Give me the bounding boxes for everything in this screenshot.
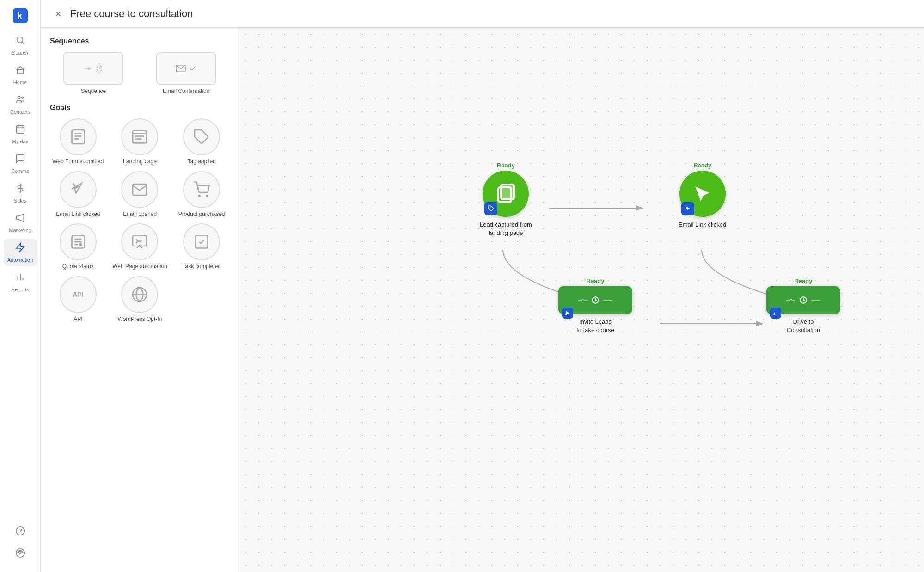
sidebar-item-search-label: Search	[12, 50, 28, 55]
palette-item-quote-status[interactable]: $ Quote status	[50, 223, 106, 271]
task-completed-label: Task completed	[182, 263, 220, 271]
palette-item-email-opened[interactable]: Email opened	[112, 171, 168, 218]
product-purchased-label: Product purchased	[178, 211, 225, 218]
web-page-automation-icon	[121, 223, 158, 260]
svg-rect-33	[133, 131, 147, 143]
palette-item-email-confirmation[interactable]: Email Confirmation	[143, 52, 230, 94]
node-email-link-clicked[interactable]: Ready Email Link clicked	[679, 162, 726, 229]
sidebar-item-myday-label: My day	[12, 139, 28, 144]
svg-marker-12	[16, 243, 24, 252]
node-lead-captured[interactable]: Ready Lead captured fromlanding page	[480, 162, 532, 237]
sidebar-item-sales[interactable]: Sales	[4, 179, 37, 207]
svg-point-53	[582, 299, 584, 301]
wordpress-icon	[121, 276, 158, 313]
goals-title: Goals	[50, 104, 230, 112]
svg-rect-7	[16, 126, 24, 134]
help-icon	[15, 526, 25, 539]
svg-rect-50	[501, 185, 514, 199]
flow-canvas[interactable]: Ready Lead captured fromlanding page	[239, 28, 924, 572]
sidebar-item-help[interactable]	[4, 522, 37, 542]
web-page-automation-label: Web Page automation	[112, 263, 167, 271]
svg-rect-4	[17, 70, 23, 74]
node-lead-captured-label: Lead captured fromlanding page	[480, 221, 532, 237]
sidebar-item-home-label: Home	[13, 80, 27, 85]
sidebar-item-reports[interactable]: Reports	[4, 268, 37, 296]
voice-icon	[15, 548, 25, 561]
email-opened-icon	[121, 171, 158, 208]
quote-status-label: Quote status	[62, 263, 94, 271]
sidebar-item-comms[interactable]: Comms	[4, 150, 37, 178]
task-completed-icon	[183, 223, 220, 260]
palette-item-wordpress-optin[interactable]: WordPress Opt-In	[112, 276, 168, 323]
sidebar-item-reports-label: Reports	[11, 287, 29, 292]
contacts-icon	[15, 94, 25, 107]
sidebar-bottom	[4, 522, 37, 565]
sequence-label: Sequence	[81, 88, 106, 94]
sidebar-item-voice[interactable]	[4, 544, 37, 565]
reports-icon	[15, 272, 25, 285]
palette-item-product-purchased[interactable]: Product purchased	[173, 171, 230, 218]
palette-item-web-form[interactable]: Web Form submitted	[50, 118, 106, 166]
web-form-icon	[60, 118, 97, 155]
calendar-icon	[15, 124, 25, 137]
palette-item-sequence[interactable]: Sequence	[50, 52, 137, 94]
node-lead-captured-ready: Ready	[497, 162, 515, 169]
node-drive-consultation-badge	[770, 308, 781, 319]
palette-item-email-link[interactable]: Email Link clicked	[50, 171, 106, 218]
node-invite-leads[interactable]: Ready	[558, 277, 632, 334]
svg-point-6	[21, 97, 23, 99]
palette-item-landing-page[interactable]: Landing page	[112, 118, 168, 166]
tag-applied-label: Tag applied	[187, 158, 215, 166]
sidebar-item-myday[interactable]: My day	[4, 120, 37, 148]
sidebar-item-marketing-label: Marketing	[9, 228, 31, 233]
email-confirmation-icon-wrap	[156, 52, 216, 85]
sidebar-item-comms-label: Comms	[12, 168, 29, 174]
automation-icon	[15, 242, 25, 255]
sidebar-item-contacts[interactable]: Contacts	[4, 91, 37, 118]
left-panel: Sequences Sequen	[41, 28, 239, 572]
palette-item-task-completed[interactable]: Task completed	[173, 223, 230, 271]
node-invite-leads-badge	[562, 308, 573, 319]
sequence-icon-wrap	[63, 52, 123, 85]
palette-item-tag-applied[interactable]: Tag applied	[173, 118, 230, 166]
sidebar-item-search[interactable]: Search	[4, 31, 37, 59]
goals-grid: Web Form submitted Landing page	[50, 118, 230, 323]
landing-page-label: Landing page	[123, 158, 157, 166]
api-icon: API	[60, 276, 97, 313]
svg-point-2	[17, 37, 23, 43]
email-confirmation-label: Email Confirmation	[163, 88, 209, 94]
node-lead-captured-badge	[484, 202, 497, 215]
tag-applied-icon	[183, 118, 220, 155]
svg-point-59	[790, 299, 792, 301]
quote-status-icon: $	[60, 223, 97, 260]
node-drive-consultation-ready: Ready	[794, 277, 812, 284]
logo: k	[12, 7, 29, 24]
sequences-title: Sequences	[50, 37, 230, 45]
sidebar-item-home[interactable]: Home	[4, 61, 37, 89]
chat-icon	[15, 154, 25, 166]
sidebar-item-marketing[interactable]: Marketing	[4, 209, 37, 237]
node-email-link-circle	[679, 171, 726, 217]
close-button[interactable]	[52, 7, 65, 20]
svg-point-38	[199, 195, 200, 197]
node-drive-consultation-label: Drive toConsultation	[787, 318, 820, 334]
landing-page-icon	[121, 118, 158, 155]
sidebar-item-sales-label: Sales	[14, 198, 27, 203]
email-opened-label: Email opened	[123, 211, 157, 218]
sequences-grid: Sequence Email Confirmation	[50, 52, 230, 94]
page-title: Free course to consultation	[70, 8, 193, 20]
node-drive-consultation[interactable]: Ready	[766, 277, 840, 334]
search-icon	[15, 35, 25, 48]
svg-point-19	[20, 553, 21, 554]
svg-line-3	[22, 42, 24, 44]
palette-item-web-page-automation[interactable]: Web Page automation	[112, 223, 168, 271]
sidebar-item-automation[interactable]: Automation	[4, 239, 37, 266]
email-link-icon	[60, 171, 97, 208]
web-form-label: Web Form submitted	[52, 158, 104, 166]
header: Free course to consultation	[41, 0, 924, 28]
palette-item-api[interactable]: API API	[50, 276, 106, 323]
wordpress-label: WordPress Opt-In	[118, 316, 162, 323]
svg-point-39	[207, 195, 208, 197]
main-area: Free course to consultation Sequences	[41, 0, 924, 572]
node-email-link-badge	[681, 202, 694, 215]
